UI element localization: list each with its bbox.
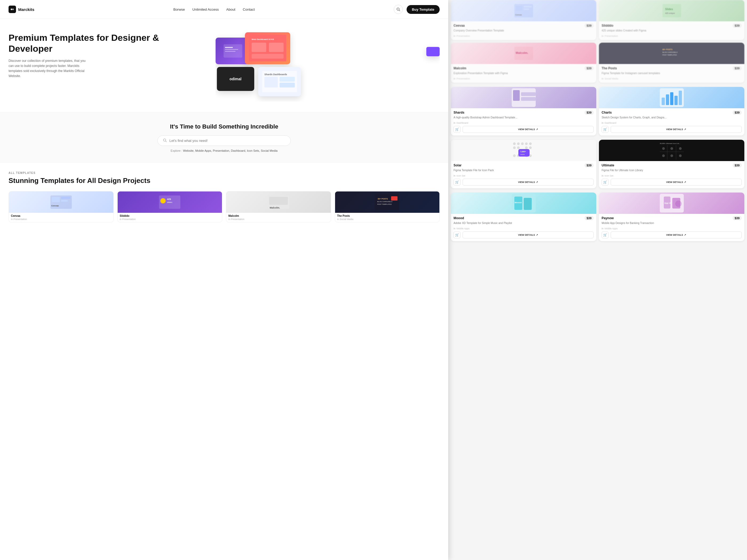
view-details-charts[interactable]: VIEW DETAILS ↗ [611, 126, 742, 133]
svg-rect-10 [252, 43, 266, 52]
cart-button-moood[interactable]: 🛒 [454, 232, 461, 238]
product-header-paynow: Paynow $39 [601, 216, 742, 220]
hero-collage: Web Dashboard UI Kit odimal Shards Dashb… [215, 32, 440, 102]
product-desc-paynow: Mobile App Designs for Banking Transacti… [601, 221, 742, 225]
hero-title: Premium Templates for Designer & Develop… [8, 32, 203, 54]
buy-template-button[interactable]: Buy Template [407, 5, 440, 14]
product-card-ultimate[interactable]: 20,000+ Ultimate Icon Lib... Ultimate [599, 140, 744, 188]
template-card-ceevaa[interactable]: Ceevaa Ceevaa in Presentation [8, 191, 114, 222]
product-card-moood[interactable]: Moood Moood $39 Adobe XD Template for Si… [451, 192, 596, 241]
dark-card-label: odimal [229, 77, 241, 81]
search-icon [396, 7, 400, 11]
view-details-solar[interactable]: VIEW DETAILS ↗ [463, 179, 594, 186]
product-thumb-charts [599, 87, 744, 108]
nav-browse[interactable]: Borwse [174, 7, 185, 11]
product-info-ceevaa: Ceevaa $39 Company Overview Presentation… [451, 21, 596, 40]
product-name-charts: Charts [601, 111, 612, 114]
product-card-slidddo[interactable]: Slides 425 unique Slidddo $39 425 unique… [599, 0, 744, 40]
product-info-charts: Charts $39 Sketch Design System for Char… [599, 108, 744, 135]
view-details-paynow[interactable]: VIEW DETAILS ↗ [611, 232, 742, 238]
shards-preview [510, 87, 537, 108]
ceevaa-right-preview: Ceevaa [513, 3, 534, 19]
product-price-slidddo: $39 [732, 24, 742, 28]
product-card-malcolm[interactable]: Malcolm. Malcolm $39 Exploration Present… [451, 43, 596, 83]
nav-contact[interactable]: Contact [243, 7, 255, 11]
view-details-moood[interactable]: VIEW DETAILS ↗ [463, 232, 594, 238]
svg-point-87 [679, 154, 681, 157]
cart-button-ultimate[interactable]: 🛒 [601, 179, 609, 186]
template-card-malcolm[interactable]: Malcolm. Malcolm in Presentation [226, 191, 331, 222]
svg-text:Malcolm.: Malcolm. [270, 206, 280, 209]
product-card-solar[interactable]: 7,000+ icons Solar $39 Figma Template Fi… [451, 140, 596, 188]
product-header-slidddo: Slidddo $39 [601, 24, 742, 28]
product-price-charts: $39 [732, 110, 742, 115]
product-header-solar: Solar $39 [454, 163, 594, 167]
svg-text:Malcolm.: Malcolm. [516, 51, 528, 54]
right-panel-main-row-2: 7,000+ icons Solar $39 Figma Template Fi… [451, 138, 744, 190]
search-bar-icon [163, 138, 167, 143]
template-card-slides[interactable]: 425 slides Slidddo in Presentation [118, 191, 223, 222]
svg-rect-15 [264, 77, 278, 87]
template-card-malcolm-label: Malcolm in Presentation [226, 213, 331, 222]
template-card-ceevaa-label: Ceevaa in Presentation [9, 213, 113, 222]
cart-button-charts[interactable]: 🛒 [601, 126, 609, 133]
product-footer-moood: 🛒 VIEW DETAILS ↗ [454, 232, 594, 238]
product-price-posts: $39 [732, 66, 742, 71]
dashboard-preview: Web Dashboard UI Kit [249, 35, 286, 61]
product-name-posts: The Posts [601, 66, 617, 70]
cart-button-paynow[interactable]: 🛒 [601, 232, 609, 238]
cart-button-solar[interactable]: 🛒 [454, 179, 461, 186]
product-card-ceevaa[interactable]: Ceevaa Ceevaa $39 Company Overview Prese… [451, 0, 596, 40]
search-icon-button[interactable] [394, 5, 403, 14]
hero-text: Premium Templates for Designer & Develop… [8, 32, 203, 79]
hero-description: Discover our collection of premium templ… [8, 58, 88, 79]
svg-point-1 [12, 8, 14, 10]
svg-text:425: 425 [167, 198, 171, 201]
svg-rect-36 [391, 196, 397, 201]
view-details-ultimate[interactable]: VIEW DETAILS ↗ [611, 179, 742, 186]
arrow-icon-ultimate: ↗ [684, 181, 686, 184]
product-footer-solar: 🛒 VIEW DETAILS ↗ [454, 179, 594, 186]
svg-point-64 [525, 142, 528, 145]
svg-rect-53 [521, 97, 536, 101]
nav-unlimited[interactable]: Unlimited Access [192, 7, 219, 11]
svg-point-26 [160, 198, 166, 204]
logo[interactable]: Marckits [8, 6, 34, 13]
collage-card-light: Shards Dashboards [258, 67, 301, 96]
svg-rect-21 [52, 197, 60, 202]
product-desc-ceevaa: Company Overview Presentation Template [454, 29, 594, 32]
svg-text:Web Dashboard UI Kit: Web Dashboard UI Kit [252, 38, 274, 41]
search-section: It's Time to Build Something Incredible … [0, 112, 448, 163]
product-card-posts[interactable]: 80+ POSTS BLOG CAROUSELS POST TEMPLATES … [599, 43, 744, 83]
product-card-charts[interactable]: Charts $39 Sketch Design System for Char… [599, 87, 744, 135]
product-info-moood: Moood $39 Adobe XD Template for Simple M… [451, 214, 596, 241]
svg-text:App UI: App UI [664, 202, 671, 204]
cart-button-shards[interactable]: 🛒 [454, 126, 461, 133]
product-thumb-malcolm: Malcolm. [451, 43, 596, 64]
svg-rect-42 [663, 4, 681, 17]
nav-about[interactable]: About [226, 7, 235, 11]
view-details-shards[interactable]: VIEW DETAILS ↗ [463, 126, 594, 133]
product-tag-charts: inDashboard [601, 122, 742, 124]
product-thumb-moood: Moood [451, 192, 596, 214]
product-thumb-shards [451, 87, 596, 108]
svg-text:80+ POSTS: 80+ POSTS [663, 49, 673, 50]
svg-rect-90 [524, 198, 532, 210]
explore-tags: Website, Mobile Apps, Presentation, Dash… [183, 149, 278, 152]
search-input[interactable] [170, 139, 285, 143]
slidddo-preview: Slides 425 unique [661, 3, 682, 19]
product-thumb-paynow: App UI [599, 192, 744, 214]
svg-text:Ceevaa: Ceevaa [51, 205, 59, 207]
svg-point-62 [517, 142, 520, 145]
product-price-ceevaa: $39 [585, 24, 594, 28]
product-desc-slidddo: 425 unique slides Created with Figma [601, 29, 742, 32]
right-panel-main-row-1: Shards $39 A high-quality Bootstrap Admi… [451, 85, 744, 138]
svg-point-96 [675, 201, 681, 207]
template-card-posts[interactable]: 80+ POSTS BLOG CAROUSELS POST TEMPLATES … [335, 191, 440, 222]
product-tag-shards: inDashboard [454, 122, 594, 124]
blurred-top-products: Ceevaa Ceevaa $39 Company Overview Prese… [451, 0, 744, 85]
product-info-shards: Shards $39 A high-quality Bootstrap Admi… [451, 108, 596, 135]
product-card-shards[interactable]: Shards $39 A high-quality Bootstrap Admi… [451, 87, 596, 135]
svg-rect-16 [280, 77, 295, 82]
product-card-paynow[interactable]: App UI Paynow $39 Mobile App Designs for… [599, 192, 744, 241]
